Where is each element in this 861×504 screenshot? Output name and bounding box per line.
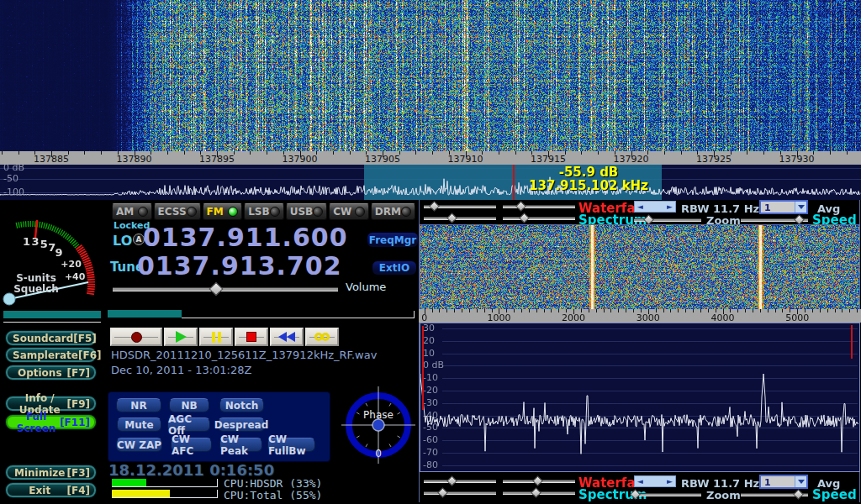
scroll-right-icon[interactable]: ► [667,203,673,211]
loop-button[interactable] [305,328,339,346]
soundcard-button[interactable]: Soundcard[F5] [6,331,96,345]
rf-spectrum-trace [0,165,861,200]
volume-slider[interactable] [113,283,338,295]
lo-frequency-display[interactable]: 0137.911.600 [143,225,348,250]
sp-gain-slider-top[interactable] [424,213,496,223]
zoom-slider-bottom[interactable] [634,490,701,500]
slider-track[interactable] [424,217,496,220]
volume-slider-thumb[interactable] [209,282,224,297]
mute-button[interactable]: Mute [117,417,161,432]
slider-thumb[interactable] [532,475,543,486]
wf-contrast-slider-bottom[interactable] [503,476,575,486]
rf-frequency-scale[interactable]: 1378851378901378951379001379051379101379… [0,151,861,165]
mode-ecss-button[interactable]: ECSS [154,203,201,220]
slider-thumb[interactable] [429,201,440,212]
phase-dial[interactable]: Phase 0 [341,386,415,464]
phase-label: Phase [363,409,394,421]
notch-button[interactable]: Notch [219,398,264,412]
af-frequency-scale[interactable]: 010002000300040005000 [419,309,861,323]
play-button[interactable] [164,328,198,346]
af-waterfall-display[interactable] [420,224,860,310]
slider-track[interactable] [424,480,496,483]
rf-db-label: 0 dB [3,165,24,173]
cpu-total-bar [112,490,218,498]
scale-label: 137895 [192,154,242,165]
mode-label: CW [333,206,351,218]
slider-thumb[interactable] [793,489,804,500]
cw-afc-button[interactable]: CW AFC [171,438,212,452]
slider-track[interactable] [503,217,575,220]
button-key: [F11] [60,417,94,428]
mode-am-button[interactable]: AM [112,203,152,220]
minimize-button[interactable]: Minimize[F3] [6,465,96,480]
speed-slider-bottom[interactable] [741,490,808,500]
scroll-left-icon[interactable]: ◄ [637,478,643,486]
fullscreen-button[interactable]: Full Screen[F11] [6,415,96,429]
slider-thumb[interactable] [531,487,541,498]
rf-waterfall-display[interactable] [0,0,861,151]
pause-button[interactable] [199,328,233,346]
extio-button[interactable]: ExtIO [372,260,417,276]
info-update-button[interactable]: Info / Update[F9] [6,396,96,411]
af-spectrum-display[interactable]: 3020100 dB-10-20-30-40-50-60-70-80 [420,323,860,472]
slider-thumb[interactable] [519,213,530,223]
slider-thumb[interactable] [515,201,526,212]
tune-frequency-display[interactable]: 0137.913.702 [137,254,342,279]
cw-zap-button[interactable]: CW ZAP [116,438,162,452]
avg-select-top[interactable]: 1 [759,200,808,214]
slider-track[interactable] [113,287,338,291]
scale-tick [18,151,19,155]
wf-brightness-slider-top[interactable] [424,202,496,212]
phase-knob[interactable] [372,419,384,431]
mode-cw-button[interactable]: CW [329,203,369,220]
slider-thumb[interactable] [447,213,458,223]
mode-label: AM [116,206,134,218]
rbw-scrollbar-top[interactable]: ◄► [634,201,676,213]
slider-thumb[interactable] [447,475,458,486]
playback-progress[interactable] [108,309,415,319]
mode-fm-button[interactable]: FM [203,203,243,220]
cw-peak-button[interactable]: CW Peak [219,438,262,452]
slider-thumb[interactable] [643,214,654,225]
svg-text:9: 9 [55,246,63,259]
sp-range-slider-top[interactable] [503,213,575,223]
squelch-knob[interactable] [3,293,15,305]
slider-thumb[interactable] [437,487,448,498]
mode-drm-button[interactable]: DRM [371,203,415,220]
wf-brightness-slider-bottom[interactable] [424,476,496,486]
nr-button[interactable]: NR [116,398,161,412]
record-button[interactable] [110,328,162,346]
sp-range-slider-bottom[interactable] [503,488,575,498]
mode-usb-button[interactable]: USB [286,203,328,220]
slider-track[interactable] [634,493,701,496]
avg-select-bottom[interactable]: 1 [759,475,808,489]
slider-track[interactable] [503,205,575,208]
nb-button[interactable]: NB [169,398,209,412]
rewind-button[interactable] [270,328,304,346]
despread-button[interactable]: Despread [218,417,265,432]
scroll-left-icon[interactable]: ◄ [637,203,643,211]
scale-label: 137925 [689,154,739,165]
stop-icon [246,332,256,342]
rf-spectrum-strip[interactable]: 0 dB -50 -100 -55.9 dB 137.915.102 kHz [0,165,861,200]
rbw-scrollbar-bottom[interactable]: ◄► [634,475,676,487]
scale-label: 137910 [441,154,491,165]
freqmgr-button[interactable]: FreqMgr [367,232,419,248]
slider-track[interactable] [424,491,496,495]
stop-button[interactable] [235,328,268,346]
slider-thumb[interactable] [794,214,805,225]
scale-label: 137890 [109,154,160,165]
scroll-right-icon[interactable]: ► [667,478,673,486]
cw-fullbw-button[interactable]: CW FullBw [267,438,315,452]
samplerate-button[interactable]: Samplerate[F6] [6,348,96,362]
scale-label: 5000 [772,312,822,323]
sp-gain-slider-bottom[interactable] [424,488,496,498]
options-button[interactable]: Options[F7] [6,365,96,380]
pause-icon [212,332,221,343]
dropdown-arrow-icon[interactable] [795,202,806,213]
agc-button[interactable]: AGC Off [167,417,210,432]
dropdown-arrow-icon[interactable] [795,476,806,487]
mode-lsb-button[interactable]: LSB [244,203,284,220]
wf-contrast-slider-top[interactable] [503,202,575,212]
exit-button[interactable]: Exit[F4] [6,483,96,497]
